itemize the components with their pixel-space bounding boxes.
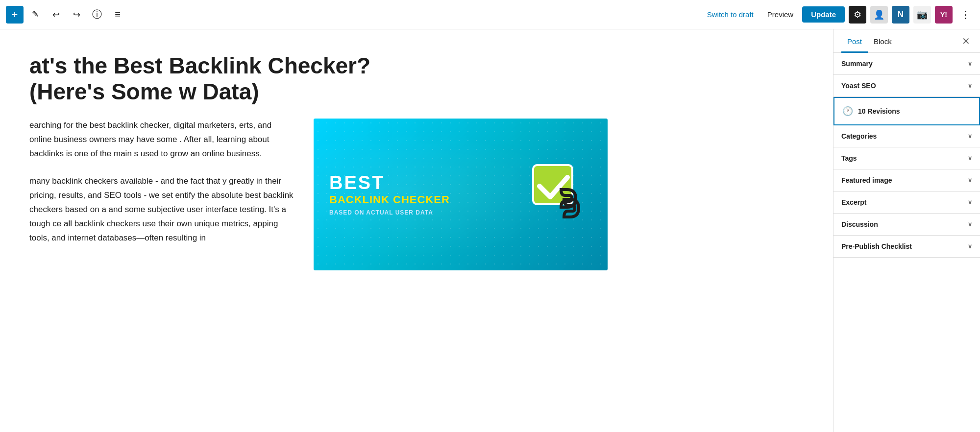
add-block-button[interactable]: +: [6, 6, 24, 24]
list-icon: ≡: [115, 9, 121, 20]
yoast-seo-section: Yoast SEO ∨: [833, 75, 980, 97]
tags-chevron-icon: ∨: [968, 155, 972, 162]
update-button[interactable]: Update: [802, 6, 845, 23]
info-button[interactable]: ⓘ: [88, 6, 106, 24]
post-text-column: earching for the best backlink checker, …: [29, 119, 294, 259]
discussion-label: Discussion: [841, 220, 878, 228]
image-content: BEST BACKLINK CHECKER BASED ON ACTUAL US…: [314, 151, 608, 238]
post-featured-image[interactable]: BEST BACKLINK CHECKER BASED ON ACTUAL US…: [314, 119, 608, 270]
yoast-seo-header[interactable]: Yoast SEO ∨: [833, 75, 980, 96]
tab-post[interactable]: Post: [841, 29, 868, 52]
prepublish-chevron-icon: ∨: [968, 243, 972, 250]
excerpt-section: Excerpt ∨: [833, 192, 980, 214]
discussion-section: Discussion ∨: [833, 214, 980, 236]
tags-section: Tags ∨: [833, 147, 980, 169]
post-paragraph-1[interactable]: earching for the best backlink checker, …: [29, 119, 294, 161]
revisions-label: 10 Revisions: [858, 107, 900, 115]
post-paragraph-2[interactable]: many backlink checkers available - and t…: [29, 174, 294, 245]
post-content-row: earching for the best backlink checker, …: [29, 119, 804, 270]
excerpt-chevron-icon: ∨: [968, 199, 972, 206]
checkmark-svg: [528, 163, 592, 226]
switch-to-draft-button[interactable]: Switch to draft: [702, 7, 759, 22]
right-sidebar: Post Block ✕ Summary ∨ Yoast SEO ∨ 🕐 10 …: [833, 29, 980, 432]
yoast-chevron-icon: ∨: [968, 82, 972, 89]
categories-section: Categories ∨: [833, 125, 980, 147]
redo-button[interactable]: ↪: [68, 6, 85, 24]
post-image-column: BEST BACKLINK CHECKER BASED ON ACTUAL US…: [314, 119, 608, 270]
preview-button[interactable]: Preview: [762, 7, 798, 22]
image-text-based: BASED ON ACTUAL USER DATA: [329, 209, 450, 216]
categories-label: Categories: [841, 132, 877, 140]
editor-area: at's the Best Backlink Checker? (Here's …: [0, 29, 833, 432]
featured-image-chevron-icon: ∨: [968, 177, 972, 184]
categories-header[interactable]: Categories ∨: [833, 125, 980, 147]
clock-icon: 🕐: [842, 106, 853, 117]
toolbar-left: + ✎ ↩ ↪ ⓘ ≡: [6, 6, 702, 24]
gear-icon: ⚙: [854, 9, 861, 20]
prepublish-label: Pre-Publish Checklist: [841, 242, 912, 250]
tags-label: Tags: [841, 154, 857, 162]
ellipsis-icon: ⋮: [960, 9, 970, 21]
revisions-header[interactable]: 🕐 10 Revisions: [834, 98, 979, 124]
list-view-button[interactable]: ≡: [109, 6, 126, 24]
discussion-chevron-icon: ∨: [968, 221, 972, 228]
sidebar-tabs: Post Block ✕: [833, 29, 980, 53]
redo-icon: ↪: [73, 9, 80, 20]
image-text-block: BEST BACKLINK CHECKER BASED ON ACTUAL US…: [329, 172, 450, 216]
excerpt-label: Excerpt: [841, 198, 866, 206]
discussion-header[interactable]: Discussion ∨: [833, 214, 980, 235]
summary-header[interactable]: Summary ∨: [833, 53, 980, 74]
image-text-best: BEST: [329, 172, 450, 193]
prepublish-section: Pre-Publish Checklist ∨: [833, 236, 980, 258]
categories-chevron-icon: ∨: [968, 133, 972, 140]
more-options-button[interactable]: ⋮: [956, 6, 974, 24]
main-layout: at's the Best Backlink Checker? (Here's …: [0, 29, 980, 432]
settings-button[interactable]: ⚙: [849, 6, 866, 24]
prepublish-header[interactable]: Pre-Publish Checklist ∨: [833, 236, 980, 257]
camera-icon: 📷: [917, 9, 928, 20]
featured-image-section: Featured image ∨: [833, 169, 980, 192]
yoast-button[interactable]: Y!: [935, 6, 953, 24]
user-icon: 👤: [874, 9, 884, 20]
yoast-seo-label: Yoast SEO: [841, 82, 876, 90]
toolbar: + ✎ ↩ ↪ ⓘ ≡ Switch to draft Preview Upda…: [0, 0, 980, 29]
summary-chevron-icon: ∨: [968, 60, 972, 67]
tab-block[interactable]: Block: [868, 29, 898, 52]
pen-icon-button[interactable]: ✎: [26, 6, 44, 24]
undo-button[interactable]: ↩: [47, 6, 65, 24]
user-avatar[interactable]: 👤: [870, 6, 888, 24]
tags-header[interactable]: Tags ∨: [833, 147, 980, 169]
revisions-section[interactable]: 🕐 10 Revisions: [833, 97, 980, 125]
sidebar-close-button[interactable]: ✕: [960, 33, 972, 49]
excerpt-header[interactable]: Excerpt ∨: [833, 192, 980, 213]
toolbar-right: Switch to draft Preview Update ⚙ 👤 N 📷 Y…: [702, 6, 974, 24]
info-icon: ⓘ: [92, 8, 102, 21]
featured-image-header[interactable]: Featured image ∨: [833, 169, 980, 191]
image-checkmark-icon: [528, 163, 592, 226]
yoast-icon: Y!: [940, 11, 947, 19]
summary-label: Summary: [841, 60, 873, 68]
pen-icon: ✎: [32, 9, 39, 20]
image-text-checker: BACKLINK CHECKER: [329, 193, 450, 206]
n-icon: N: [898, 10, 904, 20]
post-title[interactable]: at's the Best Backlink Checker? (Here's …: [29, 53, 402, 105]
n-plugin-button[interactable]: N: [892, 6, 909, 24]
featured-image-label: Featured image: [841, 176, 892, 184]
summary-section: Summary ∨: [833, 53, 980, 75]
undo-icon: ↩: [52, 9, 60, 20]
camera-button[interactable]: 📷: [913, 6, 931, 24]
